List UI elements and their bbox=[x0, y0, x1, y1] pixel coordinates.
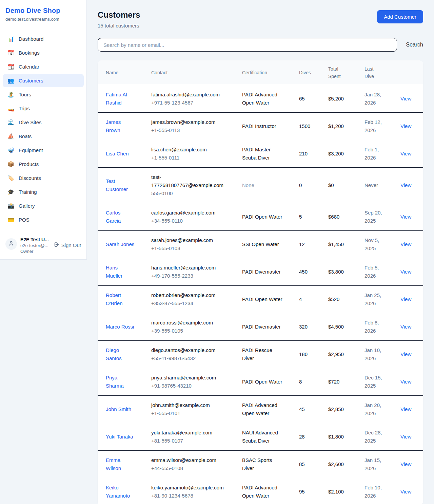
customer-name-link[interactable]: Sarah Jones bbox=[106, 240, 134, 248]
view-link[interactable]: View bbox=[400, 461, 411, 467]
view-link[interactable]: View bbox=[400, 296, 411, 302]
nav-icon: 💳 bbox=[7, 217, 14, 223]
customer-name-cell: Yuki Tanaka bbox=[98, 423, 147, 451]
search-bar: Search bbox=[98, 38, 423, 52]
customer-certification-cell: PADI Advanced Open Water bbox=[238, 85, 295, 113]
view-link[interactable]: View bbox=[400, 123, 411, 129]
customer-name-link[interactable]: John Smith bbox=[106, 405, 131, 413]
customer-name-cell: Keiko Yamamoto bbox=[98, 478, 147, 504]
customer-dives-cell: 45 bbox=[295, 396, 324, 423]
search-button[interactable]: Search bbox=[406, 42, 423, 48]
add-customer-button[interactable]: Add Customer bbox=[377, 10, 423, 23]
view-link[interactable]: View bbox=[400, 324, 411, 330]
sidebar-item-label: Training bbox=[19, 189, 37, 195]
customer-dives-cell: 5 bbox=[295, 203, 324, 231]
sidebar-header: Demo Dive Shop demo.test.divestreams.com bbox=[0, 0, 86, 28]
sidebar-item-calendar[interactable]: 📆 Calendar bbox=[3, 60, 84, 73]
customer-name-link[interactable]: James Brown bbox=[106, 118, 136, 134]
customer-email: james.brown@example.com bbox=[151, 118, 224, 126]
sidebar-item-training[interactable]: 🎓 Training bbox=[3, 185, 84, 199]
sidebar-item-pos[interactable]: 💳 POS bbox=[3, 213, 84, 226]
avatar bbox=[5, 238, 17, 250]
customer-name-link[interactable]: Emma Wilson bbox=[106, 456, 136, 472]
customer-view-cell: View bbox=[396, 313, 423, 341]
customer-name-link[interactable]: Marco Rossi bbox=[106, 323, 134, 331]
sign-out-label: Sign Out bbox=[61, 242, 81, 248]
customer-name-cell: Hans Mueller bbox=[98, 258, 147, 286]
sidebar-item-dive-sites[interactable]: 🌊 Dive Sites bbox=[3, 116, 84, 129]
customer-dives-cell: 1500 bbox=[295, 113, 324, 140]
table-row: Marco Rossi marco.rossi@example.com +39-… bbox=[98, 313, 423, 341]
customer-certification-cell: PADI Open Water bbox=[238, 286, 295, 313]
table-row: Emma Wilson emma.wilson@example.com +44-… bbox=[98, 451, 423, 478]
customer-view-cell: View bbox=[396, 231, 423, 258]
customer-last-dive-cell: Jan 20, 2026 bbox=[360, 396, 396, 423]
sidebar-item-trips[interactable]: 🚤 Trips bbox=[3, 102, 84, 115]
sidebar-item-label: Tours bbox=[19, 92, 31, 97]
customer-dives-cell: 8 bbox=[295, 368, 324, 396]
sign-out-button[interactable]: Sign Out bbox=[54, 242, 81, 248]
customer-name-link[interactable]: Priya Sharma bbox=[106, 374, 136, 390]
sidebar-item-dashboard[interactable]: 📊 Dashboard bbox=[3, 32, 84, 45]
sidebar-item-equipment[interactable]: 🤿 Equipment bbox=[3, 144, 84, 157]
column-header-dives: Dives bbox=[295, 60, 324, 85]
customer-contact-cell: james.brown@example.com +1-555-0113 bbox=[147, 113, 238, 140]
view-link[interactable]: View bbox=[400, 182, 411, 188]
view-link[interactable]: View bbox=[400, 351, 411, 357]
sidebar-item-label: POS bbox=[19, 217, 29, 223]
view-link[interactable]: View bbox=[400, 241, 411, 247]
view-link[interactable]: View bbox=[400, 406, 411, 412]
column-header-name: Name bbox=[98, 60, 147, 85]
customer-view-cell: View bbox=[396, 396, 423, 423]
view-link[interactable]: View bbox=[400, 151, 411, 156]
sidebar-item-label: Calendar bbox=[19, 64, 39, 70]
customer-certification-cell: PADI Master Scuba Diver bbox=[238, 140, 295, 168]
customer-dives-cell: 28 bbox=[295, 423, 324, 451]
view-link[interactable]: View bbox=[400, 96, 411, 101]
customer-name-link[interactable]: Robert O'Brien bbox=[106, 291, 136, 307]
customer-name-link[interactable]: Carlos Garcia bbox=[106, 209, 136, 225]
customer-phone: +55-11-99876-5432 bbox=[151, 354, 234, 362]
customer-name-link[interactable]: Yuki Tanaka bbox=[106, 433, 133, 441]
sidebar-item-label: Gallery bbox=[19, 203, 35, 209]
customer-last-dive-cell: Feb 10, 2026 bbox=[360, 478, 396, 504]
customer-view-cell: View bbox=[396, 258, 423, 286]
customer-email: test-1772681807767@example.com bbox=[151, 173, 224, 189]
customer-view-cell: View bbox=[396, 451, 423, 478]
sidebar-item-boats[interactable]: ⛵ Boats bbox=[3, 130, 84, 143]
customer-name-link[interactable]: Hans Mueller bbox=[106, 264, 136, 280]
sidebar-item-gallery[interactable]: 📸 Gallery bbox=[3, 199, 84, 212]
view-link[interactable]: View bbox=[400, 214, 411, 220]
nav-icon: 📸 bbox=[7, 203, 14, 209]
sidebar-item-customers[interactable]: 👥 Customers bbox=[3, 74, 84, 87]
customer-name-link[interactable]: Test Customer bbox=[106, 177, 136, 193]
view-link[interactable]: View bbox=[400, 434, 411, 440]
sidebar-item-discounts[interactable]: 🏷️ Discounts bbox=[3, 171, 84, 185]
column-header-certification: Certification bbox=[238, 60, 295, 85]
table-row: Priya Sharma priya.sharma@example.com +9… bbox=[98, 368, 423, 396]
sidebar-item-tours[interactable]: 🏝️ Tours bbox=[3, 88, 84, 101]
customer-phone: +971-55-123-4567 bbox=[151, 99, 234, 107]
customer-name-link[interactable]: Diego Santos bbox=[106, 346, 136, 362]
customer-name-link[interactable]: Lisa Chen bbox=[106, 150, 129, 158]
customer-certification-cell: PADI Rescue Diver bbox=[238, 341, 295, 368]
sidebar-item-products[interactable]: 📦 Products bbox=[3, 157, 84, 171]
view-link[interactable]: View bbox=[400, 379, 411, 385]
sidebar: Demo Dive Shop demo.test.divestreams.com… bbox=[0, 0, 87, 260]
table-row: Yuki Tanaka yuki.tanaka@example.com +81-… bbox=[98, 423, 423, 451]
sidebar-item-label: Dashboard bbox=[19, 36, 43, 42]
user-name: E2E Test U... bbox=[20, 237, 50, 242]
customer-name-link[interactable]: Keiko Yamamoto bbox=[106, 484, 136, 500]
customer-total-spent-cell: $1,800 bbox=[324, 423, 360, 451]
shop-domain: demo.test.divestreams.com bbox=[5, 17, 81, 22]
customer-dives-cell: 320 bbox=[295, 313, 324, 341]
table-header: NameContactCertificationDivesTotal Spent… bbox=[98, 60, 423, 85]
sidebar-item-label: Boats bbox=[19, 133, 32, 139]
customer-total-spent-cell: $1,450 bbox=[324, 231, 360, 258]
search-input[interactable] bbox=[98, 38, 397, 52]
customer-name-link[interactable]: Fatima Al-Rashid bbox=[106, 91, 136, 107]
view-link[interactable]: View bbox=[400, 269, 411, 275]
column-header-total-spent: Total Spent bbox=[324, 60, 360, 85]
view-link[interactable]: View bbox=[400, 489, 411, 494]
sidebar-item-bookings[interactable]: 📅 Bookings bbox=[3, 46, 84, 59]
